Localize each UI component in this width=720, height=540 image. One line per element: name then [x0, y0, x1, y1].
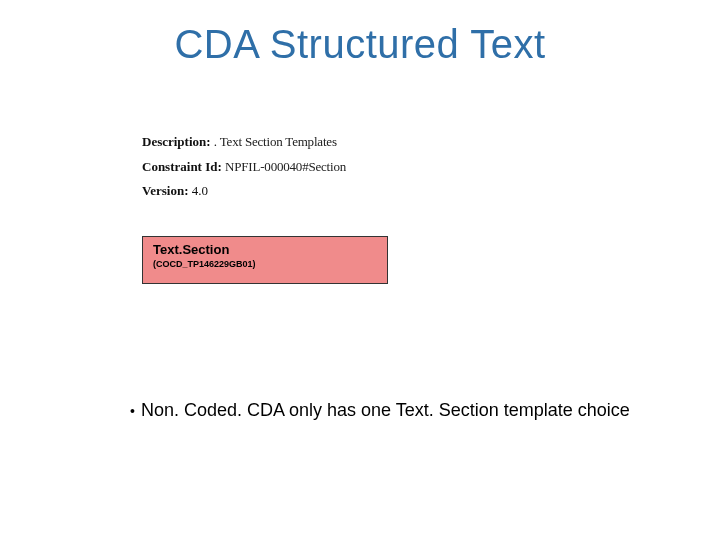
- metadata-constraint-row: Constraint Id: NPFIL-000040#Section: [142, 155, 562, 180]
- template-class-name: Text.Section: [153, 243, 377, 258]
- metadata-description-row: Description: . Text Section Templates: [142, 130, 562, 155]
- version-value: 4.0: [192, 183, 208, 198]
- presentation-slide: CDA Structured Text Description: . Text …: [0, 0, 720, 540]
- template-metadata: Description: . Text Section Templates Co…: [142, 130, 562, 204]
- template-class-box: Text.Section (COCD_TP146229GB01): [142, 236, 388, 284]
- bullet-text: Non. Coded. CDA only has one Text. Secti…: [141, 400, 630, 420]
- description-value: . Text Section Templates: [214, 134, 337, 149]
- slide-title: CDA Structured Text: [0, 22, 720, 67]
- bullet-item: •Non. Coded. CDA only has one Text. Sect…: [130, 400, 630, 421]
- description-label: Description:: [142, 134, 211, 149]
- template-class-code: (COCD_TP146229GB01): [153, 259, 377, 269]
- constraint-id-value: NPFIL-000040#Section: [225, 159, 346, 174]
- bullet-dot-icon: •: [130, 403, 135, 419]
- metadata-version-row: Version: 4.0: [142, 179, 562, 204]
- constraint-id-label: Constraint Id:: [142, 159, 222, 174]
- version-label: Version:: [142, 183, 188, 198]
